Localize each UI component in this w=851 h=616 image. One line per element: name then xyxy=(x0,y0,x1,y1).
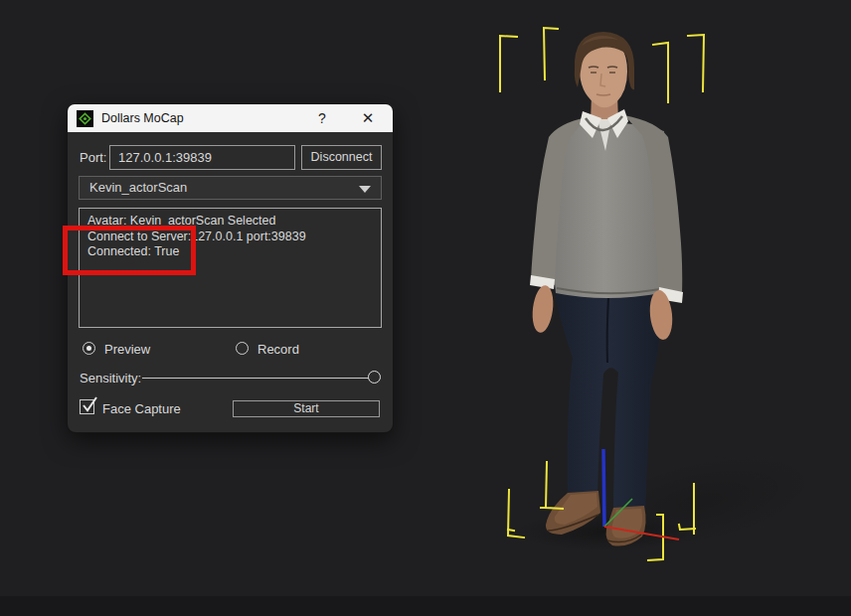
record-label: Record xyxy=(257,342,299,357)
viewport-bottom-band xyxy=(0,596,851,616)
checkmark-icon xyxy=(82,396,98,413)
disconnect-button[interactable]: Disconnect xyxy=(301,145,382,170)
sensitivity-slider-handle[interactable] xyxy=(368,371,381,384)
dollars-mocap-logo-icon xyxy=(77,110,93,127)
record-radio[interactable] xyxy=(236,342,249,355)
avatar-character[interactable] xyxy=(530,32,683,546)
avatar-hand-left xyxy=(530,284,556,334)
port-input[interactable] xyxy=(109,145,295,170)
preview-label: Preview xyxy=(104,342,150,357)
sensitivity-slider-track[interactable] xyxy=(142,378,369,379)
titlebar[interactable]: Dollars MoCap ? ✕ xyxy=(68,104,393,132)
face-capture-label: Face Capture xyxy=(102,401,181,416)
help-button[interactable]: ? xyxy=(305,104,339,132)
start-button[interactable]: Start xyxy=(233,400,380,417)
axis-y-blue xyxy=(603,449,604,527)
sensitivity-label: Sensitivity: xyxy=(80,371,141,385)
close-button[interactable]: ✕ xyxy=(351,104,385,132)
port-label: Port: xyxy=(80,150,106,165)
avatar-select-value: Kevin_actorScan xyxy=(89,180,187,195)
face-capture-checkbox[interactable] xyxy=(80,399,94,414)
avatar-select-dropdown[interactable]: Kevin_actorScan xyxy=(79,176,382,200)
red-highlight-annotation xyxy=(63,226,196,275)
preview-radio[interactable] xyxy=(83,342,95,355)
window-title: Dollars MoCap xyxy=(101,111,184,125)
mode-radio-group: Preview Record xyxy=(68,341,393,357)
chevron-down-icon xyxy=(359,186,371,193)
desktop-3d-app: { "window": { "title": "Dollars MoCap", … xyxy=(0,0,851,616)
